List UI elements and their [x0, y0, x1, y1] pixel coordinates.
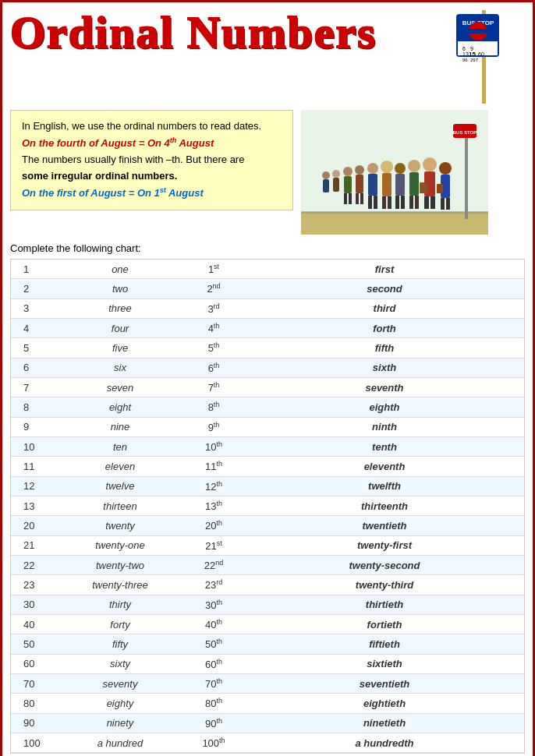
- table-row: 4four4thforth: [11, 318, 524, 337]
- svg-rect-22: [446, 198, 450, 210]
- svg-rect-54: [323, 179, 329, 193]
- row-ordinal: 20th: [182, 516, 245, 535]
- row-number: 7: [11, 377, 58, 397]
- intro-line3: The numbers usually finish with –th. But…: [22, 154, 244, 165]
- row-word: sixty: [58, 654, 182, 673]
- svg-point-47: [343, 167, 353, 176]
- row-number: 21: [11, 535, 58, 555]
- table-row: 1one1stfirst: [11, 260, 524, 279]
- row-ordword: seventieth: [245, 673, 524, 693]
- row-number: 50: [11, 634, 58, 654]
- svg-rect-41: [368, 196, 372, 209]
- svg-rect-25: [424, 196, 429, 209]
- svg-rect-55: [437, 184, 443, 193]
- row-word: twenty: [58, 516, 182, 535]
- page-title: Ordinal Numbers: [10, 10, 416, 55]
- row-word: fifty: [58, 634, 182, 654]
- row-number: 3: [11, 299, 58, 318]
- svg-point-39: [367, 163, 378, 174]
- row-ordword: forth: [245, 318, 524, 337]
- row-ordword: fifth: [245, 338, 524, 358]
- svg-rect-48: [344, 176, 352, 193]
- row-word: a hundred: [58, 733, 182, 752]
- table-row: 100a hundred100tha hundredth: [11, 733, 524, 752]
- table-row: 7seven7thseventh: [11, 377, 524, 397]
- row-ordword: thirteenth: [245, 496, 524, 515]
- svg-rect-29: [409, 196, 413, 209]
- row-ordinal: 100th: [182, 733, 245, 752]
- row-word: thirty: [58, 595, 182, 614]
- svg-rect-46: [360, 193, 363, 204]
- row-ordinal: 7th: [182, 377, 245, 397]
- row-ordword: twentieth: [245, 516, 524, 535]
- row-number: 10: [11, 436, 58, 456]
- row-word: ten: [58, 436, 182, 456]
- row-ordword: twenty-first: [245, 535, 524, 555]
- row-word: forty: [58, 614, 182, 634]
- table-row: 80eighty80theightieth: [11, 694, 524, 713]
- row-ordword: eighth: [245, 397, 524, 417]
- row-word: three: [58, 299, 182, 318]
- row-word: twenty-one: [58, 535, 182, 555]
- table-row: 20twenty20thtwentieth: [11, 516, 524, 535]
- row-number: 5: [11, 338, 58, 358]
- table-row: 21twenty-one21sttwenty-first: [11, 535, 524, 555]
- row-ordinal: 12th: [182, 476, 245, 496]
- row-word: ninety: [58, 713, 182, 733]
- row-ordword: twenty-second: [245, 555, 524, 574]
- bus-stop-image: BUS STOP 6 9 13 15 60 96 297: [423, 10, 525, 104]
- svg-rect-33: [395, 196, 399, 209]
- table-row: 12twelve12thtwelfth: [11, 476, 524, 496]
- svg-rect-56: [420, 182, 427, 193]
- svg-text:60: 60: [478, 51, 484, 57]
- row-ordinal: 13th: [182, 496, 245, 515]
- svg-point-31: [395, 163, 406, 174]
- row-ordword: ninth: [245, 417, 524, 436]
- row-word: eleven: [58, 457, 182, 476]
- table-row: 60sixty60thsixtieth: [11, 654, 524, 673]
- header: Ordinal Numbers BUS STOP 6 9 13 15 6: [10, 10, 525, 104]
- row-word: two: [58, 279, 182, 299]
- row-word: twenty-two: [58, 555, 182, 574]
- row-ordword: seventh: [245, 377, 524, 397]
- svg-text:96: 96: [462, 58, 468, 62]
- row-word: twelve: [58, 476, 182, 496]
- intro-line2: On the fourth of August = On 4th August: [22, 137, 214, 149]
- row-ordinal: 90th: [182, 713, 245, 733]
- row-ordinal: 9th: [182, 417, 245, 436]
- row-word: seventy: [58, 673, 182, 693]
- row-number: 40: [11, 614, 58, 634]
- crowd-illustration: BUS STOP: [301, 110, 488, 235]
- row-ordword: fiftieth: [245, 634, 524, 654]
- row-ordinal: 23rd: [182, 575, 245, 595]
- row-number: 1: [11, 260, 58, 279]
- svg-point-19: [439, 162, 452, 175]
- svg-rect-52: [333, 178, 339, 192]
- row-word: six: [58, 358, 182, 377]
- table-row: 30thirty30ththirtieth: [11, 595, 524, 614]
- row-number: 100: [11, 733, 58, 752]
- svg-rect-45: [356, 193, 359, 204]
- row-word: one: [58, 260, 182, 279]
- row-number: 23: [11, 575, 58, 595]
- svg-rect-5: [469, 29, 487, 34]
- svg-text:13: 13: [462, 51, 469, 57]
- row-word: five: [58, 338, 182, 358]
- table-row: 6six6thsixth: [11, 358, 524, 377]
- table-row: 23twenty-three23rdtwenty-third: [11, 575, 524, 595]
- row-ordword: sixtieth: [245, 654, 524, 673]
- row-number: 12: [11, 476, 58, 496]
- intro-section-wrapper: In English, we use the ordinal numbers t…: [10, 110, 525, 235]
- row-word: twenty-three: [58, 575, 182, 595]
- ordinal-table: 1one1stfirst2two2ndsecond3three3rdthird4…: [11, 260, 524, 753]
- row-word: four: [58, 318, 182, 337]
- table-row: 8eight8theighth: [11, 397, 524, 417]
- row-word: thirteen: [58, 496, 182, 515]
- row-ordinal: 5th: [182, 338, 245, 358]
- svg-rect-30: [415, 196, 419, 209]
- table-row: 70seventy70thseventieth: [11, 673, 524, 693]
- svg-rect-40: [368, 174, 377, 196]
- page: Ordinal Numbers BUS STOP 6 9 13 15 6: [0, 0, 535, 756]
- row-number: 11: [11, 457, 58, 476]
- row-ordinal: 80th: [182, 694, 245, 713]
